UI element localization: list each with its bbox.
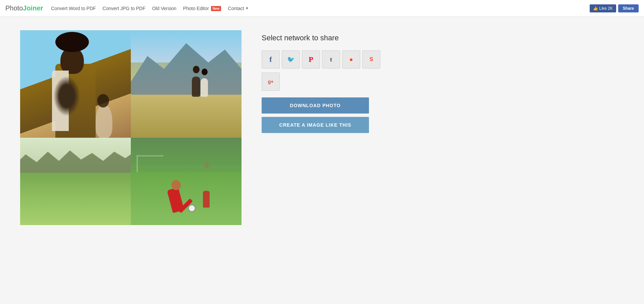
photo-bottom-right	[131, 138, 241, 225]
facebook-share-button[interactable]: f	[262, 50, 280, 69]
stumbleupon-share-button[interactable]: S	[362, 50, 380, 69]
nav-convert-jpg[interactable]: Convert JPG to PDF	[103, 6, 146, 11]
facebook-icon: f	[269, 55, 272, 64]
nav-right: 👍 Like 2K Share	[590, 4, 639, 12]
googleplus-icon: g+	[268, 79, 274, 84]
photo-bottom-left	[20, 138, 131, 225]
twitter-share-button[interactable]: 🐦	[282, 50, 300, 69]
photo-grid	[20, 30, 241, 225]
googleplus-share-button[interactable]: g+	[262, 73, 280, 91]
tumblr-share-button[interactable]: t	[322, 50, 340, 69]
chevron-down-icon: ▼	[246, 6, 249, 10]
reddit-share-button[interactable]: ●	[342, 50, 360, 69]
fb-share-button[interactable]: Share	[618, 4, 639, 12]
navbar: PhotoJoiner Convert Word to PDF Convert …	[0, 0, 644, 17]
nav-convert-word[interactable]: Convert Word to PDF	[51, 6, 96, 11]
pinterest-icon: P	[309, 55, 313, 64]
thumbs-up-icon: 👍	[593, 6, 598, 11]
nav-links: Convert Word to PDF Convert JPG to PDF O…	[51, 6, 581, 11]
photo-top-left	[20, 30, 131, 138]
google-row: g+	[262, 73, 624, 91]
nav-old-version[interactable]: Old Version	[152, 6, 176, 11]
nav-contact[interactable]: Contact ▼	[228, 6, 249, 11]
brand-photo: Photo	[5, 4, 23, 12]
create-image-button[interactable]: CREATE A IMAGE LIKE THIS	[262, 117, 369, 133]
reddit-icon: ●	[350, 56, 353, 63]
main-content: Select network to share f 🐦 P t ●	[0, 17, 644, 238]
right-panel: Select network to share f 🐦 P t ●	[262, 30, 624, 136]
brand-joiner: Joiner	[23, 4, 43, 12]
pinterest-share-button[interactable]: P	[302, 50, 320, 69]
stumbleupon-icon: S	[370, 56, 373, 62]
social-buttons: f 🐦 P t ● S	[262, 50, 624, 69]
tumblr-icon: t	[330, 56, 332, 63]
brand-logo[interactable]: PhotoJoiner	[5, 4, 43, 12]
photo-top-right	[131, 30, 241, 138]
download-photo-button[interactable]: DOWNLOAD PHOTO	[262, 97, 369, 114]
nav-photo-editor[interactable]: Photo Editor New	[183, 6, 221, 11]
fb-like-button[interactable]: 👍 Like 2K	[590, 4, 616, 12]
twitter-icon: 🐦	[287, 56, 294, 63]
panel-title: Select network to share	[262, 34, 624, 42]
new-badge: New	[211, 6, 221, 11]
